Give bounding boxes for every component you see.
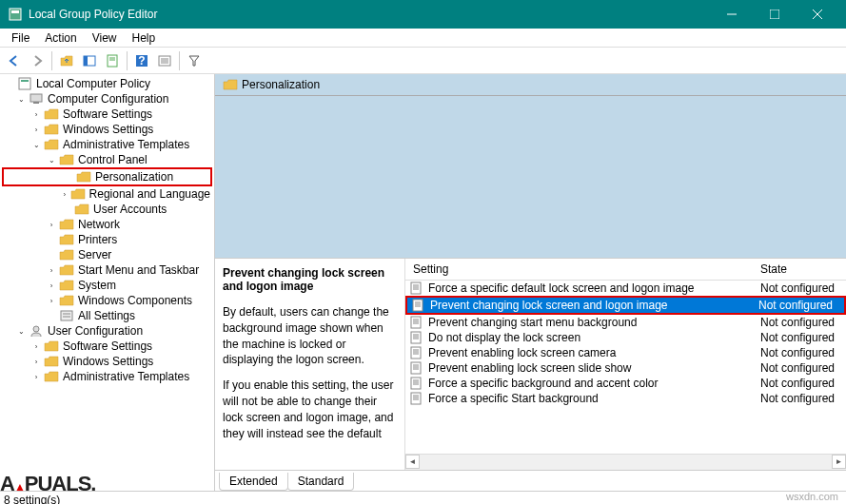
- setting-row[interactable]: Prevent enabling lock screen slide showN…: [405, 360, 846, 376]
- svg-rect-45: [411, 362, 421, 374]
- setting-row[interactable]: Prevent changing start menu backgroundNo…: [405, 315, 846, 330]
- tree-node-computer-config[interactable]: ⌄ Computer Configuration: [2, 91, 212, 107]
- expand-icon[interactable]: ›: [46, 219, 57, 230]
- expand-icon[interactable]: ›: [46, 280, 57, 291]
- settings-list[interactable]: Force a specific default lock screen and…: [405, 281, 846, 454]
- window-title: Local Group Policy Editor: [29, 8, 710, 21]
- setting-state: Not configured: [760, 361, 846, 375]
- setting-row[interactable]: Force a specific default lock screen and…: [405, 281, 846, 296]
- toolbar: ?: [0, 48, 846, 74]
- setting-row[interactable]: Do not display the lock screenNot config…: [405, 330, 846, 345]
- horizontal-scrollbar[interactable]: ◄ ►: [405, 454, 846, 470]
- app-icon: [8, 7, 23, 22]
- folder-icon: [70, 187, 86, 201]
- user-icon: [29, 324, 44, 338]
- expand-icon[interactable]: [61, 204, 72, 215]
- help-button[interactable]: ?: [131, 50, 152, 71]
- tree-node-system[interactable]: › System: [2, 278, 212, 293]
- tree-node-win-components[interactable]: › Windows Components: [2, 293, 212, 308]
- tree-node-user-accounts[interactable]: User Accounts: [2, 202, 212, 217]
- tree-node-start-menu[interactable]: › Start Menu and Taskbar: [2, 262, 212, 278]
- expand-icon[interactable]: ›: [30, 371, 42, 382]
- setting-row[interactable]: Force a specific background and accent c…: [405, 376, 846, 391]
- expand-icon[interactable]: [46, 310, 57, 321]
- expand-icon[interactable]: ›: [30, 340, 42, 352]
- tree-node-personalization[interactable]: Personalization: [2, 167, 212, 186]
- svg-point-24: [33, 326, 39, 332]
- setting-state: Not configured: [760, 392, 846, 405]
- setting-name: Prevent enabling lock screen slide show: [428, 361, 760, 375]
- tree-node-regional[interactable]: › Regional and Language: [2, 186, 212, 202]
- statusbar: 8 setting(s): [0, 491, 846, 504]
- tree-node-printers[interactable]: Printers: [2, 232, 212, 247]
- options-button[interactable]: [154, 50, 175, 71]
- tree-node-windows[interactable]: › Windows Settings: [2, 122, 212, 137]
- expand-icon[interactable]: ›: [30, 124, 42, 135]
- menu-action[interactable]: Action: [37, 29, 84, 47]
- tree-node-control-panel[interactable]: ⌄ Control Panel: [2, 152, 212, 167]
- setting-row[interactable]: Prevent enabling lock screen cameraNot c…: [405, 345, 846, 360]
- collapse-icon[interactable]: ⌄: [15, 93, 27, 105]
- tree-node-root[interactable]: Local Computer Policy: [2, 76, 212, 91]
- settings-header[interactable]: Setting State: [405, 259, 846, 281]
- policy-icon: [409, 331, 424, 344]
- scroll-left-button[interactable]: ◄: [405, 455, 420, 469]
- menu-help[interactable]: Help: [125, 29, 164, 47]
- settings-list-panel: Setting State Force a specific default l…: [405, 259, 846, 470]
- tree-node-windows2[interactable]: › Windows Settings: [2, 354, 212, 369]
- tree-node-all-settings[interactable]: All Settings: [2, 308, 212, 323]
- close-button[interactable]: [796, 0, 838, 29]
- expand-icon[interactable]: [63, 171, 74, 183]
- tab-extended[interactable]: Extended: [219, 473, 288, 491]
- folder-icon: [59, 294, 74, 307]
- maximize-button[interactable]: [753, 0, 796, 29]
- expand-icon[interactable]: ›: [30, 108, 42, 120]
- svg-rect-20: [33, 102, 39, 104]
- menu-file[interactable]: File: [4, 29, 37, 47]
- scroll-right-button[interactable]: ►: [832, 455, 846, 469]
- setting-row[interactable]: Prevent changing lock screen and logon i…: [405, 296, 846, 315]
- expand-icon[interactable]: [46, 234, 57, 245]
- policy-icon: [409, 377, 424, 390]
- collapse-icon[interactable]: ⌄: [30, 139, 42, 150]
- svg-rect-29: [413, 300, 423, 311]
- policy-root-icon: [17, 77, 32, 90]
- forward-button[interactable]: [27, 50, 48, 71]
- folder-icon: [76, 170, 91, 184]
- expand-icon[interactable]: ›: [30, 356, 42, 367]
- tree-node-admin-templates[interactable]: ⌄ Administrative Templates: [2, 137, 212, 152]
- expand-icon[interactable]: ›: [46, 295, 57, 306]
- tree-node-network[interactable]: › Network: [2, 217, 212, 232]
- tree-node-software2[interactable]: › Software Settings: [2, 339, 212, 354]
- expand-icon[interactable]: ›: [46, 264, 57, 276]
- up-button[interactable]: [56, 50, 77, 71]
- setting-state: Not configured: [760, 316, 846, 329]
- collapse-icon[interactable]: ⌄: [46, 154, 57, 165]
- properties-button[interactable]: [102, 50, 123, 71]
- setting-name: Do not display the lock screen: [428, 331, 760, 344]
- description-panel: Prevent changing lock screen and logon i…: [215, 259, 405, 470]
- tree-node-software[interactable]: › Software Settings: [2, 107, 212, 122]
- column-setting[interactable]: Setting: [405, 262, 760, 276]
- tab-standard[interactable]: Standard: [287, 473, 355, 491]
- svg-rect-1: [11, 10, 19, 13]
- expand-icon[interactable]: [4, 78, 15, 89]
- column-state[interactable]: State: [760, 262, 846, 276]
- menu-view[interactable]: View: [85, 29, 125, 47]
- preview-blank: [215, 96, 846, 258]
- tree-node-user-config[interactable]: ⌄ User Configuration: [2, 323, 212, 339]
- back-button[interactable]: [4, 50, 25, 71]
- toolbar-separator: [127, 51, 128, 70]
- tree-node-admin2[interactable]: › Administrative Templates: [2, 369, 212, 384]
- expand-icon[interactable]: [46, 249, 57, 261]
- show-hide-tree-button[interactable]: [79, 50, 100, 71]
- setting-row[interactable]: Force a specific Start backgroundNot con…: [405, 391, 846, 406]
- svg-rect-53: [411, 393, 421, 404]
- filter-button[interactable]: [184, 50, 205, 71]
- minimize-button[interactable]: [710, 0, 753, 29]
- expand-icon[interactable]: ›: [61, 188, 69, 200]
- tree-panel[interactable]: Local Computer Policy ⌄ Computer Configu…: [0, 74, 215, 491]
- detail-panel: Personalization Prevent changing lock sc…: [215, 74, 846, 491]
- collapse-icon[interactable]: ⌄: [15, 325, 27, 337]
- tree-node-server[interactable]: Server: [2, 247, 212, 262]
